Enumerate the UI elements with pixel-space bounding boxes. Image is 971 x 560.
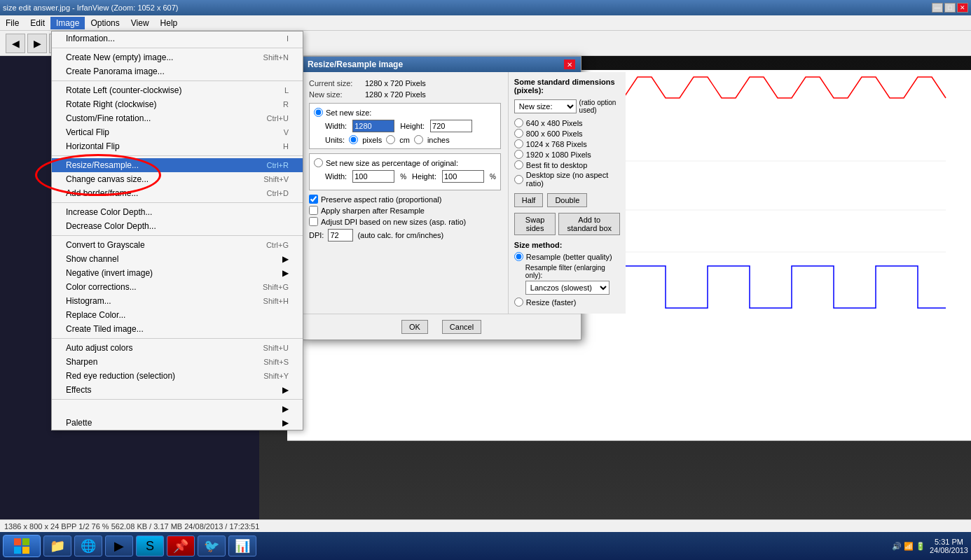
std-dimensions-label: Some standard dimensions (pixels): [514, 78, 620, 94]
preserve-aspect-checkbox[interactable] [309, 195, 318, 204]
menu-vertical-flip[interactable]: Vertical Flip V [52, 125, 303, 139]
pct-radio[interactable] [314, 158, 323, 167]
size-dropdown[interactable]: New size: [514, 99, 577, 113]
set-new-size-radio[interactable] [314, 108, 323, 117]
taskbar-chrome[interactable]: 🌐 [74, 536, 102, 556]
menu-color-corrections[interactable]: Color corrections... Shift+G [52, 280, 303, 294]
size-section: Set new size: Width: Height: Units: pixe… [309, 103, 501, 149]
size-1920-radio[interactable] [514, 150, 523, 159]
width-input[interactable] [352, 120, 394, 132]
size-desktop-radio[interactable] [514, 175, 523, 184]
size-640: 640 x 480 Pixels [514, 118, 620, 127]
menu-view[interactable]: View [125, 17, 155, 29]
swap-add-row: Swap sides Add to standard box [514, 213, 620, 235]
size-best-fit-radio[interactable] [514, 160, 523, 169]
menu-negative[interactable]: Negative (invert image) ▶ [52, 266, 303, 280]
menu-show-channel[interactable]: Show channel ▶ [52, 252, 303, 266]
title-text: size edit answer.jpg - IrfanView (Zoom: … [3, 4, 178, 12]
taskbar-folder[interactable]: 📁 [43, 536, 71, 556]
resize-option: Resize (faster) [514, 298, 620, 307]
menu-resize-resample[interactable]: Resize/Resample... Ctrl+R [52, 158, 303, 172]
resample-radio[interactable] [514, 252, 523, 261]
menu-create-panorama[interactable]: Create Panorama image... [52, 64, 303, 78]
units-pixels-label: pixels [362, 136, 382, 144]
menu-replace-color[interactable]: Replace Color... [52, 308, 303, 322]
menu-rotate-left[interactable]: Rotate Left (counter-clockwise) L [52, 83, 303, 97]
taskbar-skype[interactable]: S [136, 536, 164, 556]
size-640-radio[interactable] [514, 118, 523, 127]
menu-information[interactable]: Information... I [52, 31, 303, 46]
pct-width-input[interactable] [352, 170, 394, 183]
units-pixels-radio[interactable] [349, 135, 358, 144]
resize-radio[interactable] [514, 298, 523, 307]
menu-custom-rotation[interactable]: Custom/Fine rotation... Ctrl+U [52, 111, 303, 125]
ok-button[interactable]: OK [401, 320, 428, 334]
menu-rotate-right[interactable]: Rotate Right (clockwise) R [52, 97, 303, 111]
taskbar-app2[interactable]: 📌 [167, 536, 195, 556]
size-1920-label: 1920 x 1080 Pixels [526, 150, 591, 159]
size-best-fit: Best fit to desktop [514, 160, 620, 169]
separator-5 [52, 235, 303, 236]
dpi-input[interactable] [328, 229, 353, 241]
toolbar-forward[interactable]: ▶ [27, 34, 47, 53]
pct-width-label: Width: [325, 172, 347, 181]
width-label: Width: [325, 122, 347, 130]
taskbar: 📁 🌐 ▶ S 📌 🐦 📊 🔊 📶 🔋 5:31 PM 24/08/2013 [0, 532, 971, 560]
size-800-radio[interactable] [514, 129, 523, 138]
menu-horizontal-flip[interactable]: Horizontal Flip H [52, 139, 303, 153]
minimize-button[interactable]: — [932, 3, 943, 13]
apply-sharpen-checkbox[interactable] [309, 206, 318, 215]
separator-1 [52, 48, 303, 48]
half-button[interactable]: Half [514, 193, 544, 207]
pct-height-input[interactable] [442, 170, 484, 183]
double-button[interactable]: Double [547, 193, 587, 207]
add-to-std-button[interactable]: Add to standard box [558, 213, 620, 235]
taskbar-app4[interactable]: 📊 [228, 536, 256, 556]
menu-add-border[interactable]: Add border/frame... Ctrl+D [52, 186, 303, 200]
size-1024: 1024 x 768 Pixels [514, 139, 620, 148]
menu-options[interactable]: Options [85, 17, 125, 29]
size-1024-radio[interactable] [514, 139, 523, 148]
menu-create-new[interactable]: Create New (empty) image... Shift+N [52, 50, 303, 64]
height-input[interactable] [430, 120, 472, 132]
units-row: Units: pixels cm inches [325, 135, 496, 144]
menu-grayscale[interactable]: Convert to Grayscale Ctrl+G [52, 238, 303, 252]
menu-edit[interactable]: Edit [25, 17, 50, 29]
menu-decrease-color[interactable]: Decrease Color Depth... [52, 219, 303, 233]
menu-red-eye[interactable]: Red eye reduction (selection) Shift+Y [52, 369, 303, 383]
close-button[interactable]: ✕ [957, 3, 968, 13]
half-double-row: Half Double [514, 193, 620, 207]
menu-create-tiled[interactable]: Create Tiled image... [52, 322, 303, 336]
menu-increase-color[interactable]: Increase Color Depth... [52, 205, 303, 219]
menu-auto-adjust[interactable]: Auto adjust colors Shift+U [52, 341, 303, 355]
menu-help[interactable]: Help [155, 17, 184, 29]
menu-histogram[interactable]: Histogram... Shift+H [52, 294, 303, 308]
new-size-row: New size: 1280 x 720 Pixels [309, 90, 501, 99]
adjust-dpi-row: Adjust DPI based on new sizes (asp. rati… [309, 217, 501, 226]
menu-swap-colors[interactable]: ▶ [52, 402, 303, 416]
menu-image[interactable]: Image [50, 17, 85, 29]
units-cm-label: cm [399, 136, 410, 144]
menu-change-canvas[interactable]: Change canvas size... Shift+V [52, 172, 303, 186]
menu-file[interactable]: File [0, 17, 25, 29]
adjust-dpi-checkbox[interactable] [309, 217, 318, 226]
size-desktop: Desktop size (no aspect ratio) [514, 171, 620, 188]
swap-sides-button[interactable]: Swap sides [514, 213, 556, 235]
start-button[interactable] [3, 535, 41, 557]
menu-sharpen[interactable]: Sharpen Shift+S [52, 355, 303, 369]
taskbar-app3[interactable]: 🐦 [198, 536, 226, 556]
size-1024-label: 1024 x 768 Pixels [526, 140, 587, 148]
cancel-button[interactable]: Cancel [442, 320, 481, 334]
units-cm-radio[interactable] [386, 135, 395, 144]
dialog-window: Resize/Resample image ✕ Current size: 12… [301, 56, 581, 340]
menu-effects[interactable]: Effects ▶ [52, 383, 303, 397]
toolbar-back[interactable]: ◀ [6, 34, 25, 53]
percentage-section: Set new size as percentage of original: … [309, 153, 501, 190]
menu-palette[interactable]: Palette ▶ [52, 416, 303, 430]
filter-dropdown[interactable]: Lanczos (slowest) [525, 281, 610, 295]
width-height-row: Width: Height: [325, 120, 496, 132]
units-inches-radio[interactable] [414, 135, 423, 144]
taskbar-media[interactable]: ▶ [105, 536, 133, 556]
maximize-button[interactable]: □ [944, 3, 956, 13]
dialog-close-button[interactable]: ✕ [564, 59, 575, 69]
